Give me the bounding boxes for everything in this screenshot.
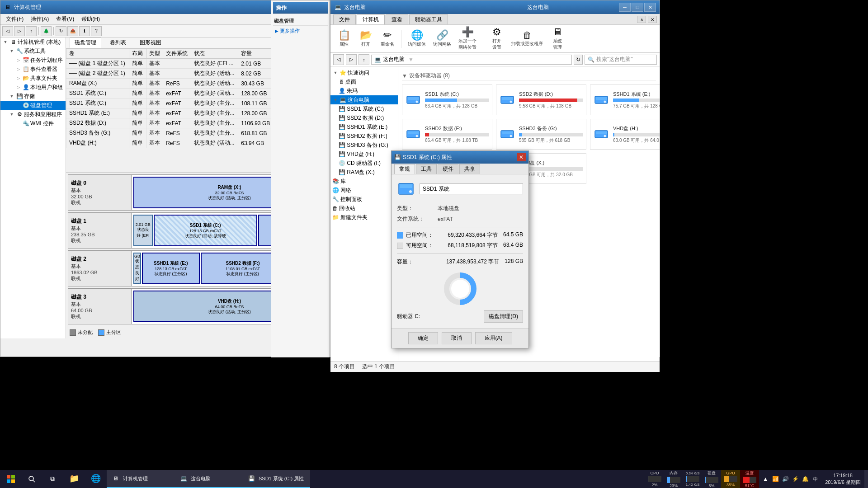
ribbon-settings-btn[interactable]: ⚙ 打开设置: [487, 26, 507, 52]
et-control-panel[interactable]: 🔧 控制面板: [330, 195, 398, 204]
props-tab-tools[interactable]: 工具: [416, 164, 437, 174]
tb-refresh[interactable]: ↻: [56, 26, 66, 36]
et-user[interactable]: 👤 朱玛: [330, 86, 398, 95]
perf-disk[interactable]: 硬盘 5%: [702, 470, 721, 488]
ribbon-tab-computer[interactable]: 计算机: [357, 14, 385, 24]
et-this-pc[interactable]: ▼ 💻 这台电脑: [330, 95, 398, 104]
menu-view[interactable]: 查看(V): [52, 14, 78, 24]
perf-temp[interactable]: 温度 51°C: [740, 470, 759, 488]
tree-event-viewer[interactable]: ▷ 📋 事件查看器: [0, 65, 66, 74]
taskbar-app-compmgmt[interactable]: 🖥 计算机管理: [107, 470, 175, 488]
et-ssd2[interactable]: 💾 SSD2 数据 (D:): [330, 113, 398, 122]
et-sshd3[interactable]: 💾 SSHD3 备份 (G:): [330, 141, 398, 150]
ribbon-tab-file[interactable]: 文件: [333, 14, 356, 24]
clock[interactable]: 17:19:18 2019/6/6 星期四: [821, 472, 864, 486]
ribbon-sysmanage-btn[interactable]: 🖥 系统管理: [547, 26, 567, 52]
props-tab-sharing[interactable]: 共享: [459, 164, 480, 174]
taskbar-search-btn[interactable]: [22, 470, 42, 488]
tray-language[interactable]: 中: [811, 474, 820, 483]
col-volume[interactable]: 卷: [66, 49, 129, 59]
tb-properties[interactable]: ℹ: [79, 26, 90, 36]
disk-partition[interactable]: SSD1 系统 (C:)128.13 GB exFAT状态良好 (回动, 故障硬: [154, 215, 258, 246]
menu-action[interactable]: 操作(A): [27, 14, 52, 24]
et-vhd[interactable]: 💾 VHD盘 (H:): [330, 150, 398, 159]
et-sshd2[interactable]: 💾 SSHD2 数据 (F:): [330, 131, 398, 141]
right-minimize[interactable]: ─: [619, 3, 631, 12]
col-type[interactable]: 类型: [146, 49, 163, 59]
menu-file[interactable]: 文件(F): [2, 14, 27, 24]
right-maximize[interactable]: □: [632, 3, 643, 12]
address-dropdown-icon[interactable]: ▼: [408, 56, 414, 63]
tree-system-tools[interactable]: ▼ 🔧 系统工具: [0, 47, 66, 56]
taskbar-app-properties[interactable]: 💾 SSD1 系统 (C:) 属性: [242, 470, 310, 488]
tray-battery-icon[interactable]: ⚡: [791, 474, 800, 483]
nav-refresh[interactable]: ↻: [574, 55, 583, 65]
disk-partition[interactable]: 2.01 GB状态良好 (EFI: [133, 215, 153, 246]
et-quick-access[interactable]: ▼ ⭐ 快速访问: [330, 68, 398, 77]
tb-export[interactable]: 📤: [67, 26, 78, 36]
ribbon-addlocation-btn[interactable]: ➕ 添加一个网络位置: [456, 26, 479, 52]
drive-item[interactable]: VHD盘 (H:) 63.0 GB 可用，共 64.0 GB: [590, 119, 660, 150]
props-close-btn[interactable]: ✕: [517, 153, 526, 161]
address-bar[interactable]: 💻 这台电脑 ▼: [371, 55, 572, 65]
show-desktop-btn[interactable]: [864, 470, 868, 488]
drive-item[interactable]: SSHD3 备份 (G:) 585 GB 可用，共 618 GB: [496, 119, 586, 150]
tree-disk-management[interactable]: 💿 磁盘管理: [0, 101, 66, 110]
perf-memory[interactable]: 内存 23%: [664, 470, 683, 488]
et-ram[interactable]: 💾 RAM盘 (X:): [330, 168, 398, 177]
col-status[interactable]: 状态: [191, 49, 238, 59]
et-cd[interactable]: 💿 CD 驱动器 (I:): [330, 159, 398, 168]
perf-cpu[interactable]: CPU 2%: [645, 470, 664, 488]
ribbon-network2-btn[interactable]: 🔗 访问网络: [430, 29, 454, 48]
et-recycle[interactable]: 🗑 回收站: [330, 204, 398, 213]
tab-volume-list[interactable]: 卷列表: [105, 38, 131, 48]
nav-back[interactable]: ◁: [333, 54, 344, 65]
disk-partition[interactable]: SSHD1 系统 (E:)128.13 GB exFAT状态良好 (主分区): [142, 253, 200, 284]
right-close[interactable]: ✕: [644, 3, 656, 12]
ribbon-properties-btn[interactable]: 📋 属性: [334, 29, 354, 48]
tb-show-tree[interactable]: 🌲: [41, 26, 52, 36]
props-name-input[interactable]: [420, 183, 523, 194]
props-apply-btn[interactable]: 应用(A): [475, 332, 512, 344]
taskbar-app-taskview[interactable]: ⧉: [42, 470, 63, 488]
tb-back[interactable]: ◁: [2, 26, 13, 36]
tree-storage[interactable]: ▼ 💾 存储: [0, 92, 66, 101]
col-capacity[interactable]: 容量: [238, 49, 274, 59]
tray-notification[interactable]: 🔔: [801, 474, 810, 483]
ribbon-tab-drivetool[interactable]: 驱动器工具: [409, 14, 448, 24]
tree-shared-folders[interactable]: ▷ 📂 共享文件夹: [0, 74, 66, 83]
drive-item[interactable]: SSD1 系统 (C:) 63.4 GB 可用，共 128 GB: [402, 84, 492, 115]
tree-wmi[interactable]: 🔩 WMI 控件: [0, 119, 66, 128]
props-tab-hardware[interactable]: 硬件: [438, 164, 458, 174]
et-sshd1[interactable]: 💾 SSHD1 系统 (E:): [330, 122, 398, 131]
et-new-folder[interactable]: 📁 新建文件夹: [330, 213, 398, 222]
ribbon-uninstall-btn[interactable]: 🗑 卸载或更改程序: [509, 30, 546, 48]
tree-computer-mgmt[interactable]: ▼ 🖥 计算机管理 (本地): [0, 38, 66, 47]
tray-arrow[interactable]: ▲: [761, 474, 770, 483]
ribbon-expand-btn[interactable]: ✕: [648, 16, 657, 23]
tree-task-scheduler[interactable]: ▷ 📅 任务计划程序: [0, 56, 66, 65]
tray-network-icon[interactable]: 📶: [771, 474, 780, 483]
et-desktop[interactable]: 🖥 桌面: [330, 77, 398, 86]
col-layout[interactable]: 布局: [129, 49, 146, 59]
cleanup-button[interactable]: 磁盘清理(D): [484, 310, 523, 323]
disk-partition[interactable]: 8.02 GB状态良好 (活: [133, 253, 141, 284]
drive-item[interactable]: SSHD2 数据 (F:) 66.4 GB 可用，共 1.08 TB: [402, 119, 492, 150]
props-ok-btn[interactable]: 确定: [408, 332, 438, 344]
tb-forward[interactable]: ▷: [14, 26, 25, 36]
ribbon-open-btn[interactable]: 📂 打开: [356, 29, 376, 48]
tb-help[interactable]: ?: [91, 26, 102, 36]
props-cancel-btn[interactable]: 取消: [442, 332, 472, 344]
perf-network[interactable]: 0.34 K/S 1.42 K/S: [683, 470, 702, 488]
nav-forward[interactable]: ▷: [346, 54, 357, 65]
ribbon-network-btn[interactable]: 🌐 访问媒体: [405, 29, 429, 48]
col-fs[interactable]: 文件系统: [163, 49, 191, 59]
ops-more-actions[interactable]: ▶ 更多操作: [273, 27, 328, 35]
tree-services-apps[interactable]: ▼ ⚙ 服务和应用程序: [0, 110, 66, 119]
tb-up[interactable]: ↑: [26, 26, 37, 36]
ribbon-tab-view[interactable]: 查看: [386, 14, 408, 24]
search-box[interactable]: 🔍 搜索"这台电脑": [585, 55, 657, 65]
taskbar-app-thispc[interactable]: 💻 这台电脑: [175, 470, 242, 488]
drive-item[interactable]: SSD2 数据 (D:) 9.58 GB 可用，共 108 GB: [496, 84, 586, 115]
ribbon-rename-btn[interactable]: ✏ 重命名: [377, 29, 397, 48]
